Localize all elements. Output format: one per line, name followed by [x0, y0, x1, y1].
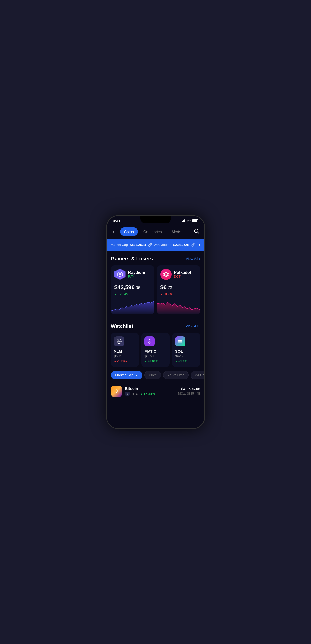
status-icons	[181, 219, 198, 222]
svg-text:R: R	[119, 273, 121, 276]
raydium-chart	[111, 299, 154, 314]
notch	[140, 216, 171, 223]
tab-alerts[interactable]: Alerts	[167, 227, 185, 236]
sol-logo	[175, 336, 185, 346]
bitcoin-right: $42,596.06 MCap $835.44B	[178, 387, 200, 395]
watchlist-title: Watchlist	[111, 323, 133, 329]
bitcoin-name: Bitcoin	[125, 386, 175, 391]
svg-point-7	[167, 273, 169, 274]
svg-rect-13	[178, 340, 182, 341]
polkadot-change: -3.9%	[160, 292, 197, 296]
sol-symbol: SOL	[175, 349, 197, 353]
svg-rect-15	[178, 342, 182, 343]
raydium-change: +7.34%	[114, 292, 151, 296]
nav-tabs: Coins Categories Alerts	[120, 227, 191, 236]
bitcoin-info: Bitcoin 1 BTC +7.34%	[125, 386, 175, 396]
sort-market-cap[interactable]: Market Cap	[111, 371, 142, 379]
matic-symbol: MATIC	[144, 349, 167, 353]
bitcoin-price: $42,596.06	[178, 387, 200, 391]
polkadot-name: Polkadot	[174, 270, 191, 275]
polkadot-symbol: DOT	[174, 275, 191, 278]
raydium-symbol: RAY	[128, 275, 145, 278]
svg-point-5	[165, 275, 167, 277]
xlm-price: $0.11	[114, 354, 136, 358]
svg-point-9	[167, 274, 169, 276]
sort-bar: Market Cap Price 24 Volume 24 Change	[107, 367, 204, 383]
watchlist-section: Watchlist View All › XLM $0.11	[107, 318, 204, 367]
bitcoin-change: +7.34%	[140, 392, 155, 396]
bitcoin-symbol: BTC	[132, 392, 138, 396]
xlm-watchlist-card[interactable]: XLM $0.11 -1.85%	[111, 333, 139, 367]
market-cap-value: $533,252B	[130, 243, 146, 247]
watchlist-grid: XLM $0.11 -1.85% ∞	[111, 333, 200, 367]
svg-text:∞: ∞	[149, 340, 150, 343]
xlm-symbol: XLM	[114, 349, 136, 353]
bitcoin-list-item[interactable]: ₿ Bitcoin 1 BTC +7.34% $42,596.06 MCap $…	[107, 383, 204, 400]
sol-watchlist-card[interactable]: SOL $97.7 +1.3%	[172, 333, 200, 367]
banner-arrow-icon: ›	[199, 243, 200, 247]
gainers-title: Gainers & Losers	[111, 256, 153, 262]
polkadot-card[interactable]: P Polkadot DOT $6.73 -3.9%	[157, 265, 200, 314]
raydium-logo: R	[114, 269, 126, 280]
svg-text:₿: ₿	[116, 389, 118, 393]
volume-value: $234,252B	[173, 243, 190, 247]
raydium-header: R Raydium RAY	[114, 269, 151, 280]
watchlist-header: Watchlist View All ›	[111, 323, 200, 329]
xlm-change: -1.85%	[114, 360, 136, 363]
chain-icon-2	[191, 243, 195, 247]
svg-point-8	[163, 274, 165, 276]
matic-price: $0.791	[144, 354, 167, 358]
battery-icon	[192, 219, 198, 222]
sort-24change[interactable]: 24 Change	[191, 371, 204, 379]
raydium-price: $42,596.06	[114, 284, 151, 291]
volume-label: 24h volume	[154, 243, 171, 247]
sol-price: $97.7	[175, 354, 197, 358]
wifi-icon	[187, 219, 191, 222]
matic-change: +8.93%	[144, 360, 167, 363]
gainers-grid: R Raydium RAY $42,596.06 +7.34%	[111, 265, 200, 314]
svg-line-1	[198, 232, 199, 233]
chain-icon	[148, 243, 152, 247]
tab-coins[interactable]: Coins	[120, 227, 138, 236]
matic-watchlist-card[interactable]: ∞ MATIC $0.791 +8.93%	[141, 333, 170, 367]
bitcoin-logo: ₿	[111, 386, 122, 397]
phone-frame: 9:41 ←	[106, 215, 205, 429]
search-button[interactable]	[193, 227, 200, 236]
status-time: 9:41	[113, 219, 121, 223]
raydium-card[interactable]: R Raydium RAY $42,596.06 +7.34%	[111, 265, 154, 314]
xlm-logo	[114, 336, 124, 346]
phone-screen[interactable]: 9:41 ←	[107, 216, 204, 428]
svg-text:P: P	[165, 273, 167, 275]
tab-categories[interactable]: Categories	[139, 227, 166, 236]
nav-bar: ← Coins Categories Alerts	[107, 225, 204, 239]
svg-rect-14	[178, 341, 182, 342]
polkadot-chart	[157, 299, 200, 314]
sort-price[interactable]: Price	[144, 371, 161, 379]
raydium-name: Raydium	[128, 270, 145, 275]
sort-24volume[interactable]: 24 Volume	[163, 371, 189, 379]
matic-logo: ∞	[144, 336, 155, 346]
back-button[interactable]: ←	[111, 228, 118, 236]
polkadot-price: $6.73	[160, 284, 197, 291]
bitcoin-rank: 1	[125, 392, 130, 396]
signal-bars-icon	[181, 219, 185, 222]
watchlist-view-all[interactable]: View All ›	[186, 324, 200, 328]
gainers-losers-section: Gainers & Losers View All › R R	[107, 251, 204, 314]
polkadot-header: P Polkadot DOT	[160, 269, 197, 280]
sol-change: +1.3%	[175, 360, 197, 363]
gainers-view-all[interactable]: View All ›	[186, 257, 200, 261]
bitcoin-mcap: MCap $835.44B	[178, 392, 200, 395]
market-cap-label: Market Cap	[111, 243, 128, 247]
polkadot-logo: P	[160, 269, 172, 280]
svg-point-6	[163, 273, 165, 274]
market-cap-banner[interactable]: Market Cap $533,252B 24h volume $234,252…	[107, 239, 204, 251]
gainers-header: Gainers & Losers View All ›	[111, 256, 200, 262]
